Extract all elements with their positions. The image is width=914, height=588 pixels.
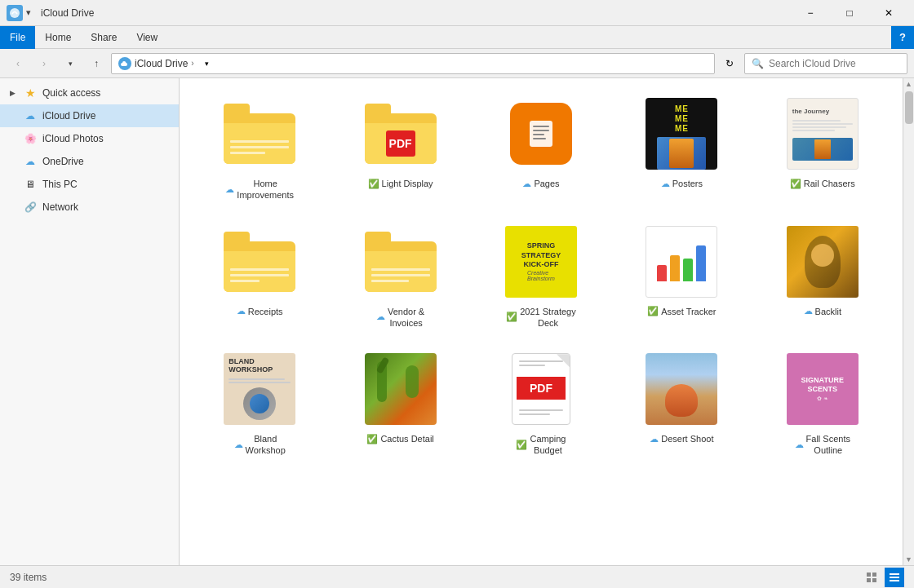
file-item-cactus-detail[interactable]: ✅ Cactus Detail — [333, 343, 467, 465]
file-status-home-improvements: ☁ HomeImprovements — [225, 178, 294, 201]
svg-rect-7 — [872, 573, 876, 577]
check-status-icon-cactus: ✅ — [366, 434, 378, 444]
statusbar: 39 items — [0, 565, 914, 588]
cloud-icon: ☁ — [23, 108, 38, 123]
file-name-home-improvements: HomeImprovements — [237, 178, 294, 201]
file-item-light-display[interactable]: PDF ✅ Light Display — [333, 88, 467, 210]
file-thumb-vendor-invoices — [362, 223, 440, 301]
forward-button[interactable]: › — [33, 52, 55, 75]
file-name-bland-workshop: BlandWorkshop — [246, 433, 286, 457]
view-controls — [862, 568, 904, 587]
sync-status-icon-asset: ✅ — [647, 306, 659, 316]
window-title: iCloud Drive — [41, 7, 792, 19]
address-path[interactable]: iCloud Drive › ▾ — [111, 53, 715, 74]
maximize-button[interactable]: □ — [831, 0, 868, 26]
menubar: File Home Share View ? — [0, 26, 914, 49]
file-item-desert-shoot[interactable]: ☁ Desert Shoot — [615, 343, 748, 465]
svg-rect-3 — [533, 130, 549, 131]
scroll-up-button[interactable]: ▲ — [905, 78, 912, 90]
file-item-home-improvements[interactable]: ☁ HomeImprovements — [193, 88, 326, 210]
menu-file[interactable]: File — [0, 26, 35, 49]
file-thumb-strategy-deck: SPRINGSTRATEGYKICK-OFF CreativeBrainstor… — [502, 223, 580, 301]
file-item-bland-workshop[interactable]: BLANDWORKSHOP ☁ BlandWorkshop — [193, 343, 326, 465]
address-root: iCloud Drive — [135, 58, 188, 69]
file-content: ☁ HomeImprovements PDF — [180, 78, 903, 565]
sidebar-item-quick-access[interactable]: ▶ ★ Quick access — [0, 82, 179, 104]
view-large-icons-button[interactable] — [862, 568, 881, 587]
cloud-status-icon-posters: ☁ — [661, 179, 670, 189]
back-button[interactable]: ‹ — [7, 52, 29, 75]
file-item-pages[interactable]: ☁ Pages — [474, 88, 608, 210]
sidebar-item-network[interactable]: ▶ 🔗 Network — [0, 196, 179, 219]
search-box[interactable]: 🔍 — [744, 53, 907, 74]
scroll-thumb[interactable] — [905, 91, 913, 124]
svg-point-0 — [10, 8, 20, 18]
file-thumb-asset-tracker — [642, 223, 721, 301]
file-status-camping-budget: ✅ CampingBudget — [516, 433, 566, 457]
file-name-posters: Posters — [672, 178, 703, 189]
sidebar-item-icloud-photos[interactable]: ▶ 🌸 iCloud Photos — [0, 127, 179, 150]
file-status-receipts: ☁ Receipts — [237, 306, 283, 317]
view-list-button[interactable] — [885, 568, 904, 587]
sidebar-label-network: Network — [42, 201, 78, 213]
file-name-pages: Pages — [534, 178, 559, 189]
scroll-down-button[interactable]: ▼ — [905, 554, 912, 565]
file-item-posters[interactable]: ME ME ME ☁ Posters — [615, 88, 748, 210]
refresh-button[interactable]: ↻ — [718, 52, 741, 75]
menu-view[interactable]: View — [126, 26, 167, 49]
cloud-status-icon-bland: ☁ — [234, 440, 243, 450]
star-icon: ★ — [23, 86, 38, 100]
main-area: ▶ ★ Quick access ▶ ☁ iCloud Drive ▶ 🌸 iC… — [0, 78, 914, 565]
file-status-rail-chasers: ✅ Rail Chasers — [790, 178, 855, 189]
file-item-vendor-invoices[interactable]: ☁ Vendor &Invoices — [333, 216, 467, 338]
cloud-status-icon-pages: ☁ — [522, 179, 531, 189]
file-status-strategy-deck: ✅ 2021 StrategyDeck — [506, 306, 576, 329]
file-name-fall-scents: Fall ScentsOutline — [806, 433, 850, 457]
menu-home[interactable]: Home — [35, 26, 81, 49]
search-icon: 🔍 — [752, 58, 764, 69]
sidebar-label-onedrive: OneDrive — [42, 156, 84, 167]
sidebar-item-this-pc[interactable]: ▶ 🖥 This PC — [0, 173, 179, 196]
svg-rect-6 — [867, 573, 871, 577]
cloud-status-icon: ☁ — [225, 184, 234, 195]
cloud-status-icon-desert: ☁ — [650, 434, 659, 444]
file-item-camping-budget[interactable]: PDF ✅ CampingBudget — [474, 343, 608, 465]
file-name-cactus-detail: Cactus Detail — [380, 433, 433, 444]
close-button[interactable]: ✕ — [870, 0, 907, 26]
path-cloud-icon — [118, 57, 131, 70]
file-item-asset-tracker[interactable]: ✅ Asset Tracker — [615, 216, 748, 338]
file-item-strategy-deck[interactable]: SPRINGSTRATEGYKICK-OFF CreativeBrainstor… — [474, 216, 608, 338]
cloud-status-icon-backlit: ☁ — [804, 306, 813, 316]
address-chevron: › — [191, 59, 193, 68]
titlebar: ▾ iCloud Drive − □ ✕ — [0, 0, 914, 26]
menu-share[interactable]: Share — [81, 26, 126, 49]
svg-rect-10 — [890, 573, 899, 575]
scrollbar[interactable]: ▲ ▼ — [903, 78, 914, 565]
help-button[interactable]: ? — [891, 26, 914, 49]
file-item-backlit[interactable]: ☁ Backlit — [756, 216, 890, 338]
file-item-receipts[interactable]: ☁ Receipts — [193, 216, 326, 338]
app-icon — [7, 5, 23, 21]
svg-rect-12 — [890, 580, 899, 581]
quick-access-dropdown[interactable]: ▾ — [26, 7, 31, 18]
file-thumb-posters: ME ME ME — [642, 95, 721, 173]
file-thumb-backlit — [783, 223, 862, 301]
minimize-button[interactable]: − — [792, 0, 829, 26]
file-grid: ☁ HomeImprovements PDF — [193, 88, 890, 465]
sidebar-item-icloud-drive[interactable]: ▶ ☁ iCloud Drive — [0, 104, 179, 127]
up-button[interactable]: ↑ — [85, 52, 108, 75]
address-dropdown-btn[interactable]: ▾ — [197, 53, 217, 74]
file-thumb-bland-workshop: BLANDWORKSHOP — [220, 350, 299, 428]
file-thumb-light-display: PDF — [362, 95, 440, 173]
file-item-fall-scents[interactable]: SIGNATURESCENTS ✿ ❧ ☁ Fall ScentsOutline — [756, 343, 890, 465]
search-input[interactable] — [769, 58, 900, 69]
cloud-status-icon-scents: ☁ — [795, 440, 804, 450]
file-thumb-cactus-detail — [362, 350, 440, 428]
file-name-receipts: Receipts — [248, 306, 283, 317]
sidebar-item-onedrive[interactable]: ▶ ☁ OneDrive — [0, 150, 179, 173]
file-item-rail-chasers[interactable]: the Journey ✅ Rail Chase — [756, 88, 890, 210]
svg-rect-9 — [872, 578, 876, 582]
recent-locations-button[interactable]: ▾ — [59, 52, 82, 75]
file-status-desert-shoot: ☁ Desert Shoot — [650, 433, 713, 444]
file-name-backlit: Backlit — [815, 306, 841, 317]
